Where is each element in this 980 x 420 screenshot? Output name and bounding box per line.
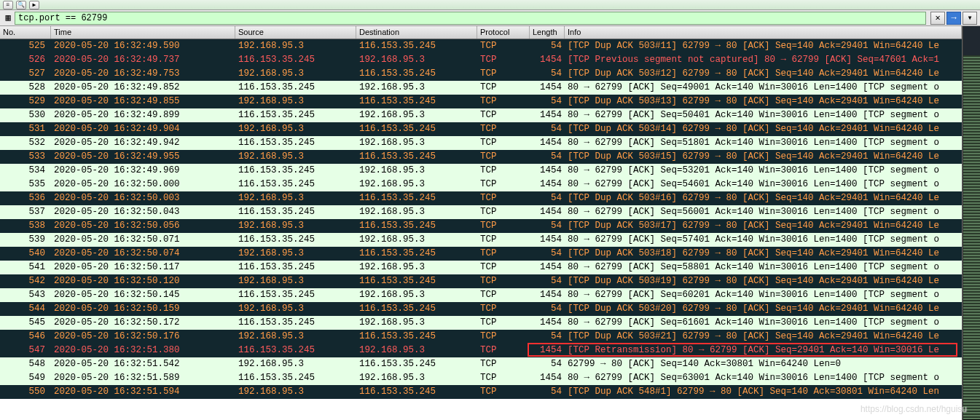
cell-proto: TCP (477, 344, 530, 357)
table-row[interactable]: 5402020-05-20 16:32:50.074192.168.95.311… (0, 247, 962, 261)
table-row[interactable]: 5462020-05-20 16:32:50.176192.168.95.311… (0, 330, 962, 344)
header-protocol[interactable]: Protocol (477, 26, 530, 39)
table-row[interactable]: 5342020-05-20 16:32:49.969116.153.35.245… (0, 164, 962, 178)
cell-proto: TCP (477, 274, 530, 288)
header-no[interactable]: No. (0, 26, 51, 39)
cell-src: 116.153.35.245 (235, 178, 356, 191)
cell-time: 2020-05-20 16:32:51.542 (51, 357, 235, 371)
cell-dst: 192.168.95.3 (356, 164, 477, 178)
clear-filter-button[interactable]: ✕ (930, 12, 945, 25)
cell-len: 1454 (530, 288, 565, 302)
cell-src: 116.153.35.245 (235, 164, 356, 178)
cell-time: 2020-05-20 16:32:51.594 (51, 385, 235, 399)
cell-src: 116.153.35.245 (235, 261, 356, 274)
table-row[interactable]: 5362020-05-20 16:32:50.003192.168.95.311… (0, 191, 962, 205)
cell-proto: TCP (477, 288, 530, 302)
toolbar-icon-1[interactable]: ≡ (3, 1, 13, 9)
table-row[interactable]: 5382020-05-20 16:32:50.056192.168.95.311… (0, 219, 962, 233)
cell-dst: 192.168.95.3 (356, 371, 477, 385)
cell-info: [TCP Dup ACK 503#20] 62799 → 80 [ACK] Se… (565, 302, 962, 316)
cell-dst: 192.168.95.3 (356, 205, 477, 219)
table-row[interactable]: 5292020-05-20 16:32:49.855192.168.95.311… (0, 95, 962, 108)
cell-dst: 116.153.35.245 (356, 274, 477, 288)
cell-len: 1454 (530, 233, 565, 247)
cell-info: 80 → 62799 [ACK] Seq=63001 Ack=140 Win=3… (565, 371, 962, 385)
header-info[interactable]: Info (565, 26, 962, 39)
table-row[interactable]: 5322020-05-20 16:32:49.942116.153.35.245… (0, 136, 962, 150)
header-time[interactable]: Time (51, 26, 235, 39)
cell-len: 54 (530, 247, 565, 261)
packet-list: No. Time Source Destination Protocol Len… (0, 26, 963, 420)
cell-proto: TCP (477, 39, 530, 53)
toolbar: ≡ 🔍 ▶ (0, 0, 980, 10)
filter-dropdown-button[interactable]: ▾ (963, 12, 977, 25)
table-row[interactable]: 5482020-05-20 16:32:51.542192.168.95.311… (0, 357, 962, 371)
header-source[interactable]: Source (235, 26, 356, 39)
apply-filter-button[interactable]: → (946, 12, 961, 25)
cell-src: 192.168.95.3 (235, 67, 356, 81)
table-row[interactable]: 5302020-05-20 16:32:49.899116.153.35.245… (0, 108, 962, 122)
cell-dst: 116.153.35.245 (356, 302, 477, 316)
cell-no: 541 (0, 261, 51, 274)
cell-src: 192.168.95.3 (235, 274, 356, 288)
table-row[interactable]: 5422020-05-20 16:32:50.120192.168.95.311… (0, 274, 962, 288)
scroll-minimap[interactable] (963, 26, 980, 420)
cell-len: 1454 (530, 164, 565, 178)
cell-info: [TCP Dup ACK 503#12] 62799 → 80 [ACK] Se… (565, 67, 962, 81)
cell-src: 192.168.95.3 (235, 150, 356, 164)
table-row[interactable]: 5272020-05-20 16:32:49.753192.168.95.311… (0, 67, 962, 81)
cell-info: [TCP Dup ACK 503#21] 62799 → 80 [ACK] Se… (565, 330, 962, 344)
cell-no: 543 (0, 288, 51, 302)
cell-info: 80 → 62799 [ACK] Seq=53201 Ack=140 Win=3… (565, 164, 962, 178)
cell-time: 2020-05-20 16:32:50.120 (51, 274, 235, 288)
table-row[interactable]: 5312020-05-20 16:32:49.904192.168.95.311… (0, 122, 962, 136)
toolbar-icon-3[interactable]: ▶ (29, 1, 39, 9)
cell-src: 116.153.35.245 (235, 233, 356, 247)
toolbar-icon-2[interactable]: 🔍 (16, 1, 26, 9)
table-row[interactable]: 5452020-05-20 16:32:50.172116.153.35.245… (0, 316, 962, 330)
table-row[interactable]: 5472020-05-20 16:32:51.380116.153.35.245… (0, 344, 962, 357)
table-row[interactable]: 5282020-05-20 16:32:49.852116.153.35.245… (0, 81, 962, 95)
header-length[interactable]: Length (530, 26, 565, 39)
cell-time: 2020-05-20 16:32:49.904 (51, 122, 235, 136)
watermark: https://blog.csdn.net/hguisu (861, 404, 967, 414)
cell-info: 80 → 62799 [ACK] Seq=49001 Ack=140 Win=3… (565, 81, 962, 95)
cell-dst: 192.168.95.3 (356, 81, 477, 95)
table-row[interactable]: 5262020-05-20 16:32:49.737116.153.35.245… (0, 53, 962, 67)
cell-info: 80 → 62799 [ACK] Seq=60201 Ack=140 Win=3… (565, 288, 962, 302)
cell-no: 539 (0, 233, 51, 247)
cell-proto: TCP (477, 136, 530, 150)
table-row[interactable]: 5432020-05-20 16:32:50.145116.153.35.245… (0, 288, 962, 302)
cell-no: 538 (0, 219, 51, 233)
cell-proto: TCP (477, 205, 530, 219)
table-row[interactable]: 5412020-05-20 16:32:50.117116.153.35.245… (0, 261, 962, 274)
table-row[interactable]: 5352020-05-20 16:32:50.000116.153.35.245… (0, 178, 962, 191)
table-row[interactable]: 5442020-05-20 16:32:50.159192.168.95.311… (0, 302, 962, 316)
cell-no: 536 (0, 191, 51, 205)
cell-time: 2020-05-20 16:32:49.855 (51, 95, 235, 108)
cell-dst: 116.153.35.245 (356, 122, 477, 136)
table-row[interactable]: 5332020-05-20 16:32:49.955192.168.95.311… (0, 150, 962, 164)
cell-src: 192.168.95.3 (235, 122, 356, 136)
cell-info: 80 → 62799 [ACK] Seq=51801 Ack=140 Win=3… (565, 136, 962, 150)
cell-no: 530 (0, 108, 51, 122)
table-row[interactable]: 5502020-05-20 16:32:51.594192.168.95.311… (0, 385, 962, 399)
table-row[interactable]: 5372020-05-20 16:32:50.043116.153.35.245… (0, 205, 962, 219)
display-filter-input[interactable] (15, 12, 926, 25)
table-row[interactable]: 5492020-05-20 16:32:51.589116.153.35.245… (0, 371, 962, 385)
cell-proto: TCP (477, 67, 530, 81)
cell-info: [TCP Retransmission] 80 → 62799 [ACK] Se… (565, 344, 962, 357)
cell-proto: TCP (477, 302, 530, 316)
cell-src: 116.153.35.245 (235, 108, 356, 122)
cell-len: 1454 (530, 53, 565, 67)
table-row[interactable]: 5252020-05-20 16:32:49.590192.168.95.311… (0, 39, 962, 53)
cell-src: 192.168.95.3 (235, 357, 356, 371)
bookmark-icon[interactable]: ▦ (3, 13, 13, 23)
cell-info: 80 → 62799 [ACK] Seq=57401 Ack=140 Win=3… (565, 233, 962, 247)
cell-no: 535 (0, 178, 51, 191)
cell-dst: 116.153.35.245 (356, 247, 477, 261)
cell-no: 542 (0, 274, 51, 288)
header-destination[interactable]: Destination (356, 26, 477, 39)
cell-time: 2020-05-20 16:32:49.852 (51, 81, 235, 95)
table-row[interactable]: 5392020-05-20 16:32:50.071116.153.35.245… (0, 233, 962, 247)
